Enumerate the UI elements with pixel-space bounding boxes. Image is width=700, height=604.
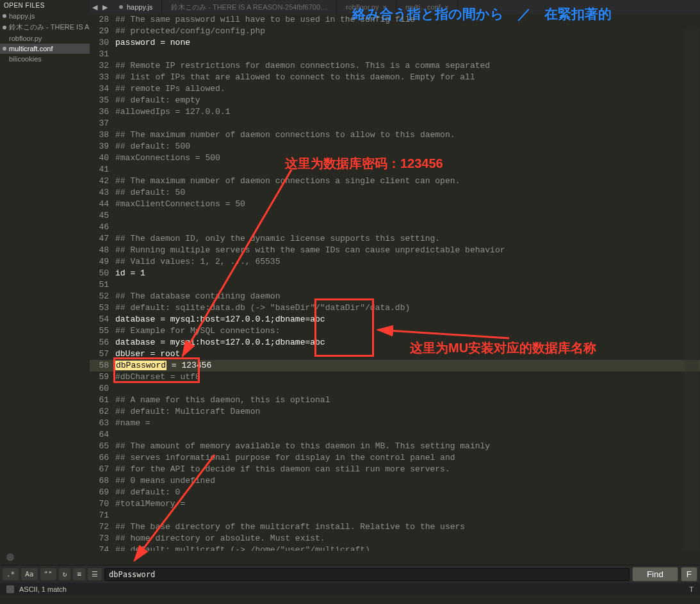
line-number: 57 xyxy=(90,348,115,360)
code-line[interactable]: 57dbUser = root xyxy=(90,348,700,360)
code-line[interactable]: 74## default: multicraft (-> /home/"user… xyxy=(90,544,700,551)
find-toggle-case[interactable]: Aa xyxy=(21,568,37,580)
find-toggle-sel[interactable]: ≡ xyxy=(73,568,85,580)
tab-nav-prev[interactable]: ◀ xyxy=(90,0,100,14)
sidebar-item-0[interactable]: happy.js xyxy=(0,11,90,21)
code-line[interactable]: 70#totalMemory = xyxy=(90,498,700,510)
code-line[interactable]: 59#dbCharset = utf8 xyxy=(90,371,700,383)
code-editor[interactable]: 28## The same password will have to be u… xyxy=(90,14,700,551)
code-line[interactable]: 55## Example for MySQL connections: xyxy=(90,325,700,337)
code-line[interactable]: 67## for the API to decide if this daemo… xyxy=(90,464,700,475)
code-text: ## list of IPs that are allowed to conne… xyxy=(115,72,700,83)
code-line[interactable]: 63#name = xyxy=(90,418,700,429)
code-line[interactable]: 51 xyxy=(90,279,700,291)
code-text: password = none xyxy=(115,37,700,49)
minimap[interactable] xyxy=(685,29,699,551)
code-line[interactable]: 44#maxClientConnections = 50 xyxy=(90,199,700,210)
code-line[interactable]: 49## Valid values: 1, 2, ..., 65535 xyxy=(90,256,700,268)
close-icon[interactable]: × xyxy=(382,3,386,11)
line-number: 74 xyxy=(90,544,115,551)
code-line[interactable]: 36#allowedIps = 127.0.0.1 xyxy=(90,106,700,118)
code-line[interactable]: 28## The same password will have to be u… xyxy=(90,14,700,26)
code-text: ## default: 0 xyxy=(115,487,700,498)
code-line[interactable]: 64 xyxy=(90,429,700,441)
code-line[interactable]: 58dbPassword = 123456 xyxy=(90,360,700,371)
code-line[interactable]: 39## default: 500 xyxy=(90,141,700,152)
find-prev-button[interactable]: F xyxy=(681,567,697,582)
code-line[interactable]: 48## Running multiple servers with the s… xyxy=(90,245,700,256)
line-number: 31 xyxy=(90,49,115,60)
code-text: ## The base directory of the multicraft … xyxy=(115,521,700,533)
line-number: 60 xyxy=(90,383,115,395)
dirty-dot-icon xyxy=(3,47,6,51)
line-number: 72 xyxy=(90,521,115,533)
code-line[interactable]: 56database = mysql:host=127.0.0.1;dbname… xyxy=(90,337,700,348)
code-line[interactable]: 42## The maximum number of daemon connec… xyxy=(90,175,700,187)
code-text: ## default: multicraft (-> /home/"user"/… xyxy=(115,544,700,551)
code-line[interactable]: 72## The base directory of the multicraf… xyxy=(90,521,700,533)
code-line[interactable]: 62## default: Multicraft Daemon xyxy=(90,406,700,418)
line-number: 34 xyxy=(90,83,115,95)
find-toggle-hl[interactable]: ☰ xyxy=(88,568,102,580)
code-line[interactable]: 33## list of IPs that are allowed to con… xyxy=(90,72,700,83)
code-line[interactable]: 60 xyxy=(90,383,700,395)
code-text: ## Valid values: 1, 2, ..., 65535 xyxy=(115,256,700,268)
code-line[interactable]: 52## The database containing daemon xyxy=(90,291,700,302)
sidebar-item-4[interactable]: bilicookies xyxy=(0,54,90,64)
code-line[interactable]: 40#maxConnections = 500 xyxy=(90,152,700,164)
code-text: ## The daemon ID, only the dynamic licen… xyxy=(115,233,700,245)
tab-3[interactable]: multi…conf× xyxy=(396,0,458,15)
find-input[interactable] xyxy=(104,568,630,581)
code-line[interactable]: 38## The maximum number of daemon connec… xyxy=(90,129,700,141)
find-toggle-wrap[interactable]: ↻ xyxy=(59,568,71,580)
code-line[interactable]: 69## default: 0 xyxy=(90,487,700,498)
code-text: ## The maximum number of daemon connecti… xyxy=(115,129,700,141)
code-line[interactable]: 29## protected/config/config.php xyxy=(90,26,700,37)
sidebar-item-1[interactable]: 鈴木このみ - THERE IS A xyxy=(0,21,90,33)
tab-1[interactable]: 鈴木このみ - THERE IS A REASON-254fbf6700… xyxy=(162,0,337,15)
find-button[interactable]: Find xyxy=(632,567,678,582)
code-line[interactable]: 37 xyxy=(90,118,700,129)
code-text: ## A name for this daemon, this is optio… xyxy=(115,395,700,406)
code-line[interactable]: 68## 0 means undefined xyxy=(90,475,700,487)
console-icon[interactable] xyxy=(6,585,14,593)
code-line[interactable]: 50id = 1 xyxy=(90,268,700,279)
tab-nav-next[interactable]: ▶ xyxy=(100,0,110,14)
code-line[interactable]: 45 xyxy=(90,210,700,222)
code-line[interactable]: 73## home directory or absolute. Must ex… xyxy=(90,533,700,544)
code-line[interactable]: 66## serves informational purpose for di… xyxy=(90,452,700,464)
code-line[interactable]: 31 xyxy=(90,49,700,60)
code-line[interactable]: 30password = none xyxy=(90,37,700,49)
find-toggle-regex[interactable]: .* xyxy=(3,568,19,580)
code-text: #totalMemory = xyxy=(115,498,700,510)
code-line[interactable]: 41 xyxy=(90,164,700,175)
code-line[interactable]: 32## Remote IP restrictions for daemon c… xyxy=(90,60,700,72)
sidebar-item-2[interactable]: robfloor.py xyxy=(0,33,90,44)
code-line[interactable]: 54database = mysql:host=127.0.0.1;dbname… xyxy=(90,314,700,325)
code-line[interactable]: 53## default: sqlite:data.db (-> "baseDi… xyxy=(90,302,700,314)
code-line[interactable]: 34## remote IPs allowed. xyxy=(90,83,700,95)
dirty-dot-icon xyxy=(3,14,6,18)
code-line[interactable]: 71 xyxy=(90,510,700,521)
code-line[interactable]: 43## default: 50 xyxy=(90,187,700,199)
code-text xyxy=(115,210,700,222)
code-text xyxy=(115,222,700,233)
sidebar-item-label: multicraft.conf xyxy=(9,45,53,53)
code-line[interactable]: 61## A name for this daemon, this is opt… xyxy=(90,395,700,406)
code-line[interactable]: 35## default: empty xyxy=(90,95,700,106)
find-toggle-word[interactable]: "" xyxy=(40,568,56,580)
code-text xyxy=(115,118,700,129)
sidebar-item-3[interactable]: multicraft.conf xyxy=(0,44,90,54)
tab-2[interactable]: robfloor.py× xyxy=(337,0,396,15)
line-number: 70 xyxy=(90,498,115,510)
line-number: 32 xyxy=(90,60,115,72)
code-text: ## default: 500 xyxy=(115,141,700,152)
code-line[interactable]: 46 xyxy=(90,222,700,233)
code-line[interactable]: 47## The daemon ID, only the dynamic lic… xyxy=(90,233,700,245)
code-line[interactable]: 65## The amount of memory available to t… xyxy=(90,441,700,452)
close-icon[interactable]: × xyxy=(444,3,448,11)
tab-0[interactable]: happy.js xyxy=(110,0,162,15)
code-text: #name = xyxy=(115,418,700,429)
line-number: 59 xyxy=(90,371,115,383)
line-number: 42 xyxy=(90,175,115,187)
